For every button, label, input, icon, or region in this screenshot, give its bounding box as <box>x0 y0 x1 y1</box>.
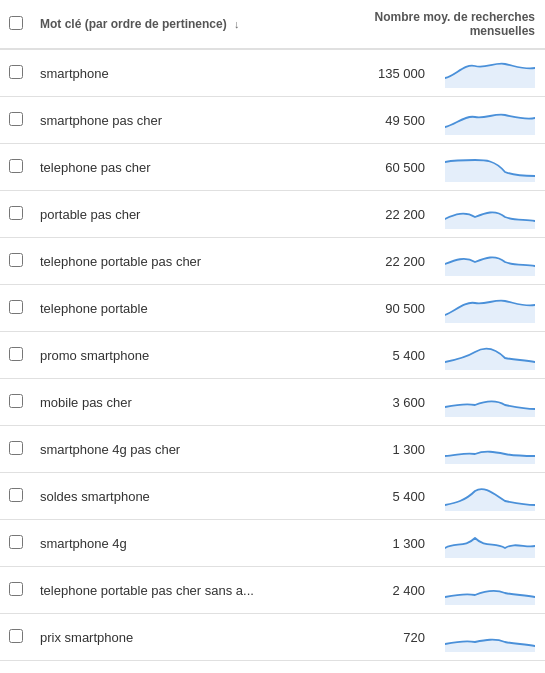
sparkline-cell <box>435 426 545 473</box>
keyword-cell: telephone portable pas cher sans a... <box>32 567 302 614</box>
sort-icon[interactable]: ↓ <box>234 18 240 30</box>
volume-cell: 3 600 <box>302 379 435 426</box>
keyword-cell: smartphone <box>32 49 302 97</box>
row-checkbox-cell[interactable] <box>0 97 32 144</box>
volume-cell: 5 400 <box>302 332 435 379</box>
table-row: promo smartphone 5 400 <box>0 332 545 379</box>
table-row: telephone pas cher sans abonnement 2 400 <box>0 661 545 674</box>
keyword-cell: smartphone 4g <box>32 520 302 567</box>
sparkline-cell <box>435 520 545 567</box>
volume-column-label: Nombre moy. de recherches mensuelles <box>374 10 535 38</box>
volume-cell: 5 400 <box>302 473 435 520</box>
row-checkbox[interactable] <box>9 535 23 549</box>
keyword-cell: telephone portable <box>32 285 302 332</box>
table-row: soldes smartphone 5 400 <box>0 473 545 520</box>
row-checkbox-cell[interactable] <box>0 144 32 191</box>
sparkline-cell <box>435 661 545 674</box>
row-checkbox[interactable] <box>9 65 23 79</box>
table-row: smartphone pas cher 49 500 <box>0 97 545 144</box>
sparkline-cell <box>435 332 545 379</box>
volume-cell: 1 300 <box>302 520 435 567</box>
row-checkbox-cell[interactable] <box>0 520 32 567</box>
row-checkbox[interactable] <box>9 206 23 220</box>
table-row: telephone portable 90 500 <box>0 285 545 332</box>
row-checkbox[interactable] <box>9 629 23 643</box>
table-row: telephone pas cher 60 500 <box>0 144 545 191</box>
table-row: smartphone 135 000 <box>0 49 545 97</box>
row-checkbox[interactable] <box>9 582 23 596</box>
row-checkbox-cell[interactable] <box>0 285 32 332</box>
sparkline-cell <box>435 49 545 97</box>
volume-cell: 2 400 <box>302 661 435 674</box>
keyword-column-label: Mot clé (par ordre de pertinence) <box>40 17 227 31</box>
table-row: prix smartphone 720 <box>0 614 545 661</box>
keyword-cell: soldes smartphone <box>32 473 302 520</box>
sparkline-cell <box>435 144 545 191</box>
row-checkbox[interactable] <box>9 253 23 267</box>
keyword-cell: telephone pas cher sans abonnement <box>32 661 302 674</box>
row-checkbox[interactable] <box>9 347 23 361</box>
volume-cell: 90 500 <box>302 285 435 332</box>
volume-cell: 60 500 <box>302 144 435 191</box>
row-checkbox-cell[interactable] <box>0 379 32 426</box>
row-checkbox-cell[interactable] <box>0 332 32 379</box>
sparkline-cell <box>435 567 545 614</box>
row-checkbox-cell[interactable] <box>0 614 32 661</box>
sparkline-cell <box>435 97 545 144</box>
volume-cell: 49 500 <box>302 97 435 144</box>
row-checkbox[interactable] <box>9 441 23 455</box>
sparkline-cell <box>435 473 545 520</box>
keyword-cell: promo smartphone <box>32 332 302 379</box>
select-all-checkbox[interactable] <box>9 16 23 30</box>
row-checkbox[interactable] <box>9 112 23 126</box>
row-checkbox-cell[interactable] <box>0 49 32 97</box>
keyword-cell: portable pas cher <box>32 191 302 238</box>
select-all-checkbox-header[interactable] <box>0 0 32 49</box>
volume-cell: 720 <box>302 614 435 661</box>
keyword-column-header: Mot clé (par ordre de pertinence) ↓ <box>32 0 302 49</box>
sparkline-cell <box>435 614 545 661</box>
row-checkbox-cell[interactable] <box>0 661 32 674</box>
keyword-cell: smartphone pas cher <box>32 97 302 144</box>
keyword-cell: smartphone 4g pas cher <box>32 426 302 473</box>
table-row: portable pas cher 22 200 <box>0 191 545 238</box>
volume-cell: 135 000 <box>302 49 435 97</box>
keyword-cell: telephone pas cher <box>32 144 302 191</box>
sparkline-cell <box>435 238 545 285</box>
sparkline-cell <box>435 285 545 332</box>
row-checkbox-cell[interactable] <box>0 238 32 285</box>
sparkline-cell <box>435 379 545 426</box>
volume-cell: 22 200 <box>302 191 435 238</box>
row-checkbox[interactable] <box>9 159 23 173</box>
table-row: smartphone 4g 1 300 <box>0 520 545 567</box>
row-checkbox[interactable] <box>9 488 23 502</box>
volume-cell: 1 300 <box>302 426 435 473</box>
row-checkbox[interactable] <box>9 300 23 314</box>
volume-column-header: Nombre moy. de recherches mensuelles <box>302 0 545 49</box>
row-checkbox-cell[interactable] <box>0 191 32 238</box>
table-row: telephone portable pas cher 22 200 <box>0 238 545 285</box>
keyword-cell: mobile pas cher <box>32 379 302 426</box>
sparkline-cell <box>435 191 545 238</box>
volume-cell: 2 400 <box>302 567 435 614</box>
row-checkbox[interactable] <box>9 394 23 408</box>
row-checkbox-cell[interactable] <box>0 426 32 473</box>
table-row: mobile pas cher 3 600 <box>0 379 545 426</box>
table-row: telephone portable pas cher sans a... 2 … <box>0 567 545 614</box>
volume-cell: 22 200 <box>302 238 435 285</box>
keyword-cell: telephone portable pas cher <box>32 238 302 285</box>
row-checkbox-cell[interactable] <box>0 473 32 520</box>
row-checkbox-cell[interactable] <box>0 567 32 614</box>
table-row: smartphone 4g pas cher 1 300 <box>0 426 545 473</box>
keyword-cell: prix smartphone <box>32 614 302 661</box>
